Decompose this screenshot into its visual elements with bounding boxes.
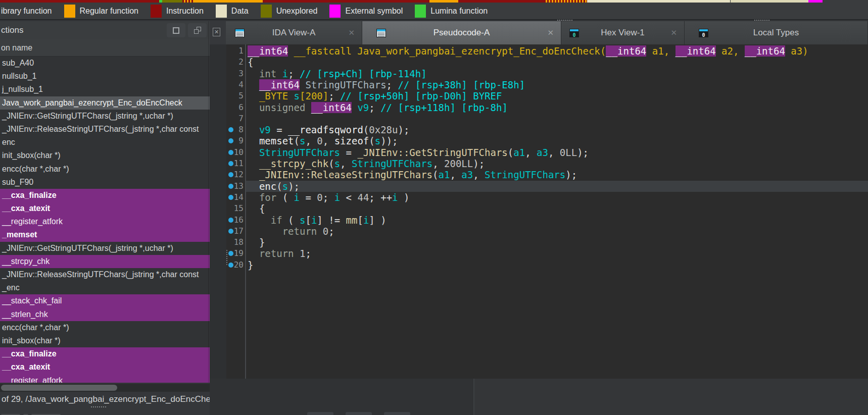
function-list-item[interactable]: _JNIEnv::GetStringUTFChars(_jstring *,uc… — [0, 110, 219, 123]
gutter-divider — [245, 44, 246, 379]
function-list-item[interactable]: __cxa_finalize — [0, 189, 219, 202]
line-number: 16 — [230, 215, 244, 226]
code-line[interactable]: v9 = __readfsqword(0x28u); — [248, 124, 409, 135]
tab-close-icon[interactable]: ✕ — [348, 28, 355, 37]
function-list-item[interactable]: init_sbox(char *) — [0, 149, 219, 162]
color-legend-bar: ibrary functionRegular functionInstructi… — [0, 3, 868, 20]
float-window-icon — [194, 27, 201, 34]
tab-ida-view-a[interactable]: IDA View-A✕ — [226, 21, 362, 44]
text-view-icon — [235, 29, 245, 37]
tab-label: Local Types — [753, 28, 799, 38]
function-list-item[interactable]: __cxa_atexit — [0, 202, 219, 215]
ida-pro-window: ibrary functionRegular functionInstructi… — [0, 0, 868, 415]
function-list-item[interactable]: _enc — [0, 281, 219, 294]
panel-seam — [208, 21, 209, 383]
cutoff-button[interactable] — [307, 412, 333, 415]
function-list-item[interactable]: enc — [0, 136, 219, 149]
function-list-item[interactable]: __strlen_chk — [0, 308, 219, 321]
code-line[interactable]: { — [248, 57, 253, 68]
code-line[interactable]: unsigned __int64 v9; // [rsp+118h] [rbp-… — [248, 102, 508, 113]
function-list-item[interactable]: __register_atfork — [0, 374, 219, 383]
code-line[interactable]: return 1; — [248, 248, 311, 259]
function-list-item[interactable]: __stack_chk_fail — [0, 294, 219, 307]
function-list-item[interactable]: encc(char *,char *) — [0, 163, 219, 176]
function-list-item[interactable]: __cxa_atexit — [0, 360, 219, 374]
line-number: 19 — [230, 248, 244, 259]
function-list-item[interactable]: _JNIEnv::ReleaseStringUTFChars(_jstring … — [0, 123, 219, 136]
float-window-button[interactable] — [188, 23, 207, 37]
line-number: 14 — [230, 192, 244, 203]
window-close-icon[interactable]: ✕ — [213, 28, 220, 36]
legend-label-external-symbol: External symbol — [345, 7, 403, 16]
code-line[interactable]: { — [248, 203, 265, 214]
functions-list[interactable]: sub_A40nullsub_1j_nullsub_1Java_work_pan… — [0, 57, 219, 383]
function-list-item[interactable]: _JNIEnv::ReleaseStringUTFChars(_jstring … — [0, 268, 219, 281]
function-list-item[interactable]: sub_A40 — [0, 57, 219, 70]
code-line[interactable]: __int64 __fastcall Java_work_pangbai_eze… — [248, 45, 808, 57]
code-line[interactable]: __int64 StringUTFChars; // [rsp+38h] [rb… — [248, 79, 525, 90]
line-number: 5 — [230, 90, 244, 101]
function-list-item[interactable]: __cxa_finalize — [0, 347, 219, 360]
code-line[interactable]: return 0; — [248, 226, 334, 237]
tab-label: Hex View-1 — [601, 28, 645, 38]
line-number: 2 — [230, 57, 244, 68]
function-list-item[interactable]: _memset — [0, 228, 219, 241]
legend-swatch-external-symbol — [329, 5, 341, 18]
line-number: 8 — [230, 124, 244, 135]
functions-status-line: of 29, /Java_work_pangbai_ezencrypt_Enc_… — [0, 392, 226, 409]
code-line[interactable]: enc(s); — [248, 181, 300, 192]
maximize-button[interactable] — [167, 23, 185, 37]
legend-label-lumina-function: Lumina function — [430, 7, 488, 16]
cutoff-button[interactable] — [346, 412, 372, 415]
tab-close-icon[interactable]: ✕ — [670, 28, 677, 37]
code-line[interactable]: StringUTFChars = _JNIEnv::GetStringUTFCh… — [248, 147, 589, 158]
legend-swatch-instruction — [151, 5, 162, 18]
function-list-item[interactable]: encc(char *,char *) — [0, 321, 219, 334]
tab-hex-view-1[interactable]: Hex View-1✕ — [561, 21, 685, 44]
code-line[interactable]: } — [248, 260, 253, 271]
bottom-dock-right — [474, 379, 868, 415]
line-number: 17 — [230, 226, 244, 237]
function-list-item[interactable]: sub_F90 — [0, 176, 219, 189]
functions-horizontal-scrollbar[interactable] — [0, 384, 217, 392]
function-list-item[interactable]: init_sbox(char *) — [0, 334, 219, 347]
function-list-item[interactable]: _JNIEnv::GetStringUTFChars(_jstring *,uc… — [0, 242, 219, 255]
splitter-handle[interactable] — [226, 250, 228, 265]
line-number: 11 — [230, 158, 244, 169]
function-list-item[interactable]: j_nullsub_1 — [0, 83, 219, 96]
legend-label-data: Data — [231, 7, 249, 16]
splitter-handle[interactable] — [91, 406, 106, 408]
tab-pseudocode-a[interactable]: Pseudocode-A✕ — [362, 21, 561, 44]
code-line[interactable]: memset(s, 0, sizeof(s)); — [248, 135, 398, 146]
current-line-highlight — [246, 181, 868, 192]
line-number: 18 — [230, 237, 244, 248]
code-line[interactable]: __strcpy_chk(s, StringUTFChars, 200LL); — [248, 158, 485, 169]
pseudocode-view[interactable]: 1__int64 __fastcall Java_work_pangbai_ez… — [226, 44, 868, 379]
scrollbar-thumb[interactable] — [1, 385, 117, 391]
bottom-dock-divider[interactable] — [473, 379, 474, 415]
function-list-item[interactable]: __register_atfork — [0, 215, 219, 228]
maximize-icon — [173, 27, 179, 34]
legend-swatch-unexplored — [261, 5, 272, 18]
code-line[interactable]: int i; // [rsp+Ch] [rbp-114h] — [248, 68, 427, 79]
function-name-column-header[interactable]: on name — [0, 39, 219, 57]
legend-swatch-data — [216, 5, 227, 18]
code-line[interactable]: for ( i = 0; i < 44; ++i ) — [248, 192, 409, 203]
function-list-item[interactable]: nullsub_1 — [0, 70, 219, 83]
line-number: 20 — [230, 260, 244, 271]
code-line[interactable]: _JNIEnv::ReleaseStringUTFChars(a1, a3, S… — [248, 169, 577, 180]
function-list-item[interactable]: Java_work_pangbai_ezencrypt_Enc_doEncChe… — [0, 96, 219, 110]
code-line[interactable]: } — [248, 237, 265, 248]
code-line[interactable]: _BYTE s[200]; // [rsp+50h] [rbp-D0h] BYR… — [248, 90, 502, 101]
legend-swatch-regular-function — [64, 5, 75, 18]
functions-panel-titlebar: ctions — [0, 21, 219, 39]
tab-local-types[interactable]: Local Types — [685, 21, 868, 44]
function-list-item[interactable]: __strcpy_chk — [0, 255, 219, 268]
local-types-icon — [699, 29, 708, 37]
code-line[interactable]: if ( s[i] != mm[i] ) — [248, 215, 387, 226]
line-number: 3 — [230, 68, 244, 79]
cutoff-button[interactable] — [384, 412, 410, 415]
line-number: 4 — [230, 79, 244, 90]
tab-close-icon[interactable]: ✕ — [547, 28, 554, 37]
legend-label-unexplored: Unexplored — [276, 7, 318, 16]
